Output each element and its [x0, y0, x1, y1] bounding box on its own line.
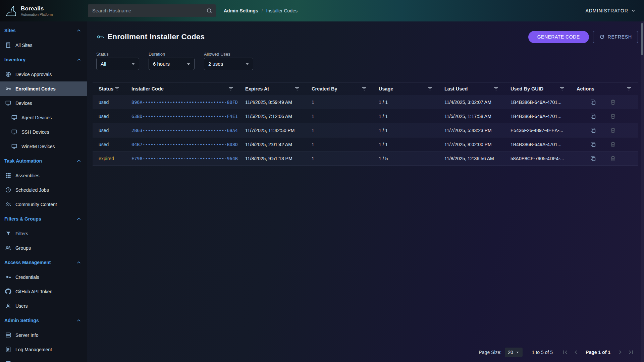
used-by-guid-cell: 1B4B386B-649A-4701... [511, 114, 577, 119]
brand-name: Borealis [21, 5, 53, 12]
filter-value: 2 uses [208, 61, 223, 67]
filter-list-icon[interactable] [493, 86, 499, 92]
sidebar-item-all-sites[interactable]: All Sites [0, 38, 87, 52]
column-label: Installer Code [131, 86, 164, 92]
table-header: Status Installer Code Expires At Created… [93, 82, 638, 95]
page-scrollbar[interactable] [641, 21, 644, 362]
filter-list-icon[interactable] [626, 86, 632, 92]
filter-list-icon[interactable] [361, 86, 367, 92]
delete-icon[interactable] [610, 127, 616, 133]
sidebar-item-agent-devices[interactable]: Agent Devices [0, 110, 87, 125]
key-icon [96, 33, 104, 41]
sidebar-section-inventory[interactable]: Inventory [0, 52, 87, 67]
log-icon [5, 346, 11, 353]
delete-icon[interactable] [610, 141, 616, 147]
sidebar-item-device-approvals[interactable]: Device Approvals [0, 67, 87, 81]
sidebar-item-enrollment-codes[interactable]: Enrollment Codes [0, 81, 87, 96]
monitor-icon [11, 129, 17, 135]
column-last-used: Last Used [444, 86, 511, 92]
caret-down-icon [185, 61, 192, 67]
copy-icon[interactable] [590, 99, 596, 105]
prev-page-icon[interactable] [572, 349, 580, 356]
filter-group-status: Status All [96, 52, 139, 70]
sidebar-item-log-management[interactable]: Log Management [0, 342, 87, 357]
filter-group-duration: Duration 6 hours [149, 52, 195, 70]
created-by-cell: 1 [312, 128, 379, 133]
filter-list-icon[interactable] [294, 86, 300, 92]
nav-item-label: Groups [15, 245, 31, 251]
pagination-controls: Page 1 of 1 [561, 349, 635, 356]
filter-label: Status [96, 52, 139, 57]
sidebar-section-filters-groups[interactable]: Filters & Groups [0, 212, 87, 226]
sidebar-item-scheduled-jobs[interactable]: Scheduled Jobs [0, 183, 87, 197]
sidebar-item-page-template[interactable]: Page Template [0, 357, 87, 362]
sidebar-item-github-api-token[interactable]: GitHub API Token [0, 284, 87, 299]
section-label: Filters & Groups [4, 216, 41, 222]
filter-list-icon[interactable] [559, 86, 565, 92]
search-icon [206, 8, 212, 14]
filter-value: All [101, 61, 106, 67]
copy-icon[interactable] [590, 127, 596, 133]
column-created-by: Created By [312, 86, 379, 92]
delete-icon[interactable] [610, 155, 616, 162]
copy-icon[interactable] [590, 113, 596, 119]
chevron-down-icon [631, 8, 636, 13]
sidebar-item-devices[interactable]: Devices [0, 96, 87, 110]
sidebar-section-access-management[interactable]: Access Management [0, 255, 87, 270]
filter-list-icon[interactable] [228, 86, 234, 92]
user-menu[interactable]: ADMINISTRATOR [585, 8, 636, 13]
sidebar-item-ssh-devices[interactable]: SSH Devices [0, 125, 87, 139]
nav-item-label: All Sites [15, 43, 33, 48]
last-used-cell: 11/5/2025, 1:17:58 AM [444, 114, 511, 119]
next-page-icon[interactable] [616, 349, 624, 356]
sidebar-item-credentials[interactable]: Credentials [0, 270, 87, 284]
expires-at-cell: 11/8/2025, 9:51:13 PM [245, 156, 312, 161]
sidebar-section-sites[interactable]: Sites [0, 23, 87, 38]
status-cell: used [99, 142, 131, 147]
page-size-select[interactable]: 20 [505, 348, 523, 357]
user-menu-label: ADMINISTRATOR [585, 8, 628, 13]
filter-list-icon[interactable] [114, 86, 120, 92]
refresh-button[interactable]: REFRESH [593, 31, 638, 43]
section-label: Admin Settings [4, 318, 39, 323]
first-page-icon[interactable] [561, 349, 569, 356]
status-select[interactable]: All [96, 58, 139, 70]
last-page-icon[interactable] [627, 349, 635, 356]
copy-icon[interactable] [590, 155, 596, 162]
sidebar-item-server-info[interactable]: Server Info [0, 328, 87, 342]
sidebar-item-winrm-devices[interactable]: WinRM Devices [0, 139, 87, 154]
usage-cell: 1 / 1 [379, 100, 444, 105]
sidebar-section-task-automation[interactable]: Task Automation [0, 154, 87, 168]
scrollbar-thumb[interactable] [641, 23, 643, 55]
sidebar-section-admin-settings[interactable]: Admin Settings [0, 313, 87, 328]
sidebar-item-community-content[interactable]: Community Content [0, 197, 87, 212]
caret-down-icon [515, 349, 521, 355]
search-input[interactable] [92, 8, 206, 13]
filter-list-icon[interactable] [427, 86, 433, 92]
sidebar-item-filters[interactable]: Filters [0, 226, 87, 241]
key-icon [5, 85, 11, 92]
breadcrumb-separator: / [262, 8, 263, 13]
breadcrumb-installer-codes[interactable]: Installer Codes [266, 8, 298, 13]
section-label: Task Automation [4, 158, 42, 164]
actions-cell [577, 155, 638, 162]
delete-icon[interactable] [610, 99, 616, 105]
column-label: Usage [379, 86, 393, 92]
sidebar-item-groups[interactable]: Groups [0, 241, 87, 255]
allowed-uses-select[interactable]: 2 uses [204, 58, 253, 70]
search-box[interactable] [88, 4, 216, 17]
usage-cell: 1 / 5 [379, 156, 444, 161]
sidebar-item-users[interactable]: Users [0, 299, 87, 313]
copy-icon[interactable] [590, 141, 596, 147]
key-icon [5, 274, 11, 280]
duration-select[interactable]: 6 hours [149, 58, 195, 70]
breadcrumb-admin-settings[interactable]: Admin Settings [224, 8, 258, 13]
sidebar: Sites All Sites Inventory Device Approva… [0, 21, 87, 362]
chevron-up-icon [76, 259, 82, 265]
refresh-icon [599, 34, 605, 40]
delete-icon[interactable] [610, 113, 616, 119]
sidebar-item-assemblies[interactable]: Assemblies [0, 168, 87, 183]
generate-code-button[interactable]: GENERATE CODE [528, 31, 589, 43]
actions-cell [577, 113, 638, 119]
people-icon [5, 201, 11, 207]
